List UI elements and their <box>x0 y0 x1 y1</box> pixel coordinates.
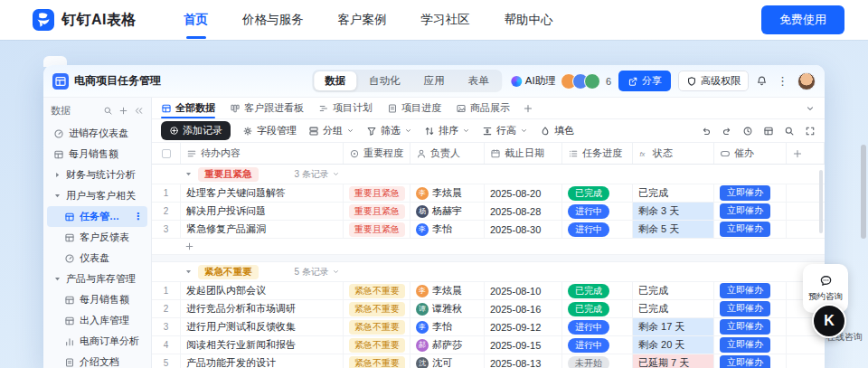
cell-status[interactable]: 剩余 3 天 <box>633 203 714 220</box>
row-number[interactable]: 1 <box>152 184 181 202</box>
cell-status[interactable]: 已完成 <box>633 300 714 317</box>
remind-button[interactable]: 立即催办 <box>720 185 770 201</box>
cell-status[interactable]: 剩余 5 天 <box>633 221 714 238</box>
cell-content[interactable]: 紧急修复产品漏洞 <box>181 221 344 238</box>
cell-priority[interactable]: 重要且紧急 <box>344 221 410 238</box>
cell-content[interactable]: 阅读相关行业新闻和报告 <box>181 336 344 354</box>
nav-link[interactable]: 客户案例 <box>338 0 387 41</box>
cell-due-date[interactable]: 2025-08-10 <box>485 282 562 299</box>
view-tab[interactable]: 表单 <box>458 71 500 90</box>
table-row[interactable]: 4阅读相关行业新闻和报告紧急不重要郝郝萨莎2025-09-15进行中剩余 20 … <box>152 336 825 354</box>
table-row[interactable]: 2进行竞品分析和市场调研紧急不重要谭谭雅秋2025-08-16已完成已完成立即催… <box>152 300 825 318</box>
cell-owner[interactable]: 李李炫晨 <box>410 184 485 202</box>
view-tab[interactable]: 自动化 <box>358 71 411 90</box>
cell-owner[interactable]: 沈沈可 <box>410 354 485 368</box>
cell-priority[interactable]: 重要且紧急 <box>344 203 410 220</box>
grid-scrollbar[interactable] <box>819 170 823 233</box>
group-count[interactable]: 5 条记录 <box>295 266 340 278</box>
cell-due-date[interactable]: 2025-08-13 <box>485 354 562 368</box>
undo-icon[interactable] <box>701 126 712 137</box>
add-table-icon[interactable] <box>118 106 128 116</box>
sidebar-item[interactable]: 任务管理表⋮ <box>47 206 147 227</box>
cell-content[interactable]: 产品功能开发的设计 <box>181 354 344 368</box>
sidebar-item[interactable]: 电商订单分析 <box>47 331 147 352</box>
sidebar-item[interactable]: 介绍文档 <box>47 352 147 368</box>
nav-link[interactable]: 帮助中心 <box>505 0 553 41</box>
toolbar-tool[interactable]: 行高 <box>482 124 528 137</box>
cell-due-date[interactable]: 2025-09-15 <box>485 336 562 354</box>
group-label[interactable]: 重要且紧急 <box>198 167 259 182</box>
table-row[interactable]: 2解决用户投诉问题重要且紧急杨杨赫宇2025-08-28进行中剩余 3 天立即催… <box>152 203 825 221</box>
assistant-logo-button[interactable]: K <box>812 304 846 338</box>
search-icon[interactable] <box>784 126 795 137</box>
cell-progress[interactable]: 进行中 <box>562 336 633 354</box>
cell-remind[interactable]: 立即催办 <box>714 300 787 317</box>
cell-content[interactable]: 发起团队内部会议 <box>181 282 344 299</box>
sheet-tab[interactable]: 项目计划 <box>318 98 373 118</box>
cell-content[interactable]: 解决用户投诉问题 <box>181 203 344 220</box>
table-row[interactable]: 1处理客户关键问题解答重要且紧急李李炫晨2025-08-20已完成已完成立即催办 <box>152 184 825 203</box>
view-tab[interactable]: 数据 <box>314 71 356 90</box>
sheet-tab[interactable]: 项目进度 <box>387 98 441 118</box>
more-menu-icon[interactable]: ⋮ <box>775 74 790 88</box>
cell-priority[interactable]: 重要且紧急 <box>344 184 410 202</box>
group-header[interactable]: 紧急不重要5 条记录 <box>152 262 825 282</box>
remind-button[interactable]: 立即催办 <box>720 337 770 353</box>
notification-bell-icon[interactable] <box>756 75 768 87</box>
column-header-status[interactable]: fx状态 <box>633 143 714 164</box>
toolbar-tool[interactable]: 字段管理 <box>242 124 297 137</box>
remind-button[interactable]: 立即催办 <box>720 319 770 335</box>
sidebar-group[interactable]: 产品与库存管理 <box>47 269 147 289</box>
collaborator-avatars[interactable] <box>561 73 600 90</box>
cell-status[interactable]: 已延期 7 天 <box>633 354 714 368</box>
table-row[interactable]: 1发起团队内部会议紧急不重要李李炫晨2025-08-10已完成已完成立即催办 <box>152 282 825 300</box>
view-grid-icon[interactable] <box>763 126 774 137</box>
column-header-owner[interactable]: 负责人 <box>410 143 485 164</box>
table-row[interactable]: 5产品功能开发的设计紧急不重要沈沈可2025-08-13未开始已延期 7 天立即… <box>152 354 825 368</box>
column-header-remind[interactable]: 催办 <box>714 143 787 164</box>
cell-progress[interactable]: 已完成 <box>562 300 633 317</box>
add-sheet-icon[interactable] <box>523 103 533 114</box>
cell-status[interactable]: 已完成 <box>633 282 714 299</box>
cell-status[interactable]: 剩余 17 天 <box>633 318 714 335</box>
table-row[interactable]: 3紧急修复产品漏洞重要且紧急李李怡2025-08-30进行中剩余 5 天立即催办 <box>152 221 825 239</box>
table-row[interactable]: 3进行用户测试和反馈收集紧急不重要李李怡2025-09-12进行中剩余 17 天… <box>152 318 825 336</box>
sheet-tab[interactable]: 商品展示 <box>456 98 510 118</box>
sidebar-item[interactable]: 每月销售额 <box>47 144 147 165</box>
group-count[interactable]: 3 条记录 <box>295 168 340 181</box>
nav-link[interactable]: 首页 <box>184 0 208 41</box>
group-header[interactable]: 重要且紧急3 条记录 <box>152 165 825 184</box>
cell-status[interactable]: 已完成 <box>633 184 714 202</box>
nav-link[interactable]: 学习社区 <box>421 0 470 41</box>
add-column-button[interactable] <box>787 143 825 164</box>
cell-progress[interactable]: 进行中 <box>562 203 633 220</box>
cell-priority[interactable]: 紧急不重要 <box>344 354 410 368</box>
cell-remind[interactable]: 立即催办 <box>714 221 787 238</box>
cell-progress[interactable]: 已完成 <box>562 282 633 299</box>
brand[interactable]: 钉钉AI表格 <box>33 9 137 31</box>
cell-priority[interactable]: 紧急不重要 <box>344 318 410 335</box>
row-number[interactable]: 1 <box>152 282 181 299</box>
toolbar-tool[interactable]: 分组 <box>308 124 354 137</box>
remind-button[interactable]: 立即催办 <box>720 283 770 298</box>
column-header-priority[interactable]: 重要程度 <box>344 143 410 164</box>
remind-button[interactable]: 立即催办 <box>720 222 770 237</box>
cell-content[interactable]: 进行竞品分析和市场调研 <box>181 300 344 317</box>
cell-owner[interactable]: 郝郝萨莎 <box>410 336 485 354</box>
remind-button[interactable]: 立即催办 <box>720 301 770 316</box>
remind-button[interactable]: 立即催办 <box>720 355 770 368</box>
share-button[interactable]: 分享 <box>618 71 671 91</box>
page-scrollbar[interactable] <box>861 145 866 239</box>
sidebar-item[interactable]: 每月销售额 <box>47 289 147 310</box>
sheet-tab[interactable]: 客户跟进看板 <box>230 98 304 118</box>
nav-link[interactable]: 价格与服务 <box>242 0 304 41</box>
column-header-due[interactable]: 截止日期 <box>485 143 562 164</box>
cell-content[interactable]: 处理客户关键问题解答 <box>181 184 344 202</box>
add-row-button[interactable] <box>152 239 825 255</box>
cell-priority[interactable]: 紧急不重要 <box>344 300 410 317</box>
cell-progress[interactable]: 未开始 <box>562 354 633 368</box>
advanced-permission-button[interactable]: 高级权限 <box>678 71 749 91</box>
sidebar-item[interactable]: 仪表盘 <box>47 248 147 269</box>
history-icon[interactable] <box>742 126 753 137</box>
cell-progress[interactable]: 进行中 <box>562 318 633 335</box>
